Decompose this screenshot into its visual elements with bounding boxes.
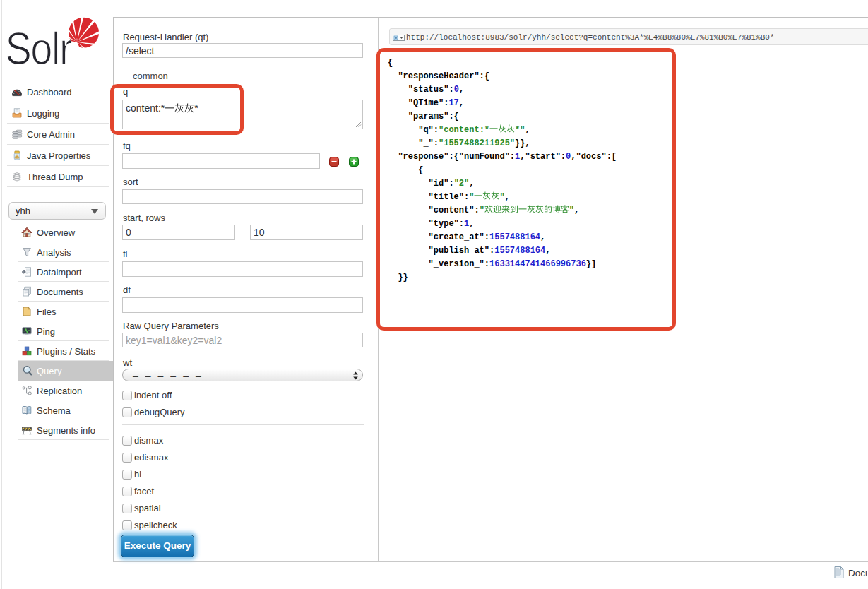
- svg-text:Solr: Solr: [6, 23, 72, 68]
